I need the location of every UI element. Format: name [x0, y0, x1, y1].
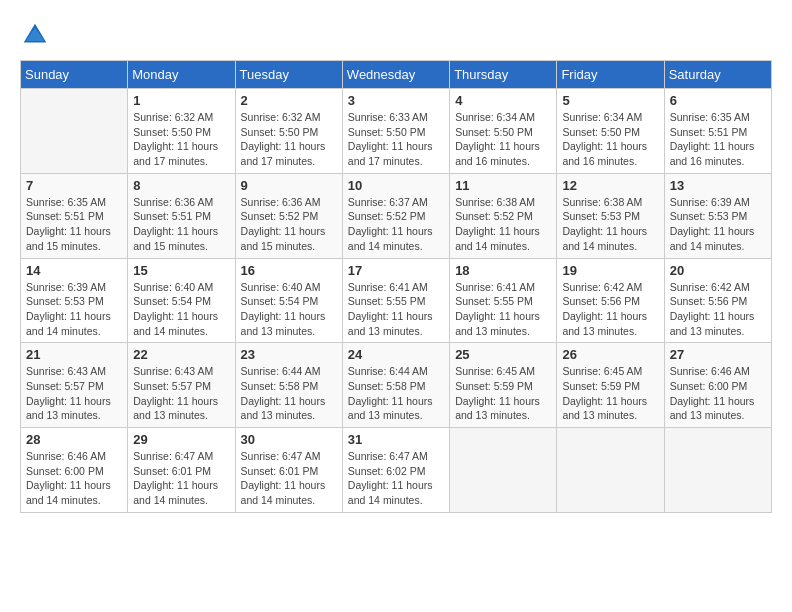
day-number: 26 [562, 347, 658, 362]
day-number: 12 [562, 178, 658, 193]
day-info: Sunrise: 6:35 AMSunset: 5:51 PMDaylight:… [26, 195, 122, 254]
calendar-day-cell: 21Sunrise: 6:43 AMSunset: 5:57 PMDayligh… [21, 343, 128, 428]
day-number: 27 [670, 347, 766, 362]
weekday-header-sunday: Sunday [21, 61, 128, 89]
day-info: Sunrise: 6:46 AMSunset: 6:00 PMDaylight:… [670, 364, 766, 423]
day-info: Sunrise: 6:40 AMSunset: 5:54 PMDaylight:… [133, 280, 229, 339]
calendar-day-cell: 17Sunrise: 6:41 AMSunset: 5:55 PMDayligh… [342, 258, 449, 343]
day-info: Sunrise: 6:35 AMSunset: 5:51 PMDaylight:… [670, 110, 766, 169]
calendar-day-cell: 24Sunrise: 6:44 AMSunset: 5:58 PMDayligh… [342, 343, 449, 428]
calendar-day-cell: 27Sunrise: 6:46 AMSunset: 6:00 PMDayligh… [664, 343, 771, 428]
calendar-day-cell: 16Sunrise: 6:40 AMSunset: 5:54 PMDayligh… [235, 258, 342, 343]
day-info: Sunrise: 6:41 AMSunset: 5:55 PMDaylight:… [348, 280, 444, 339]
day-info: Sunrise: 6:38 AMSunset: 5:52 PMDaylight:… [455, 195, 551, 254]
empty-cell [557, 428, 664, 513]
calendar-day-cell: 15Sunrise: 6:40 AMSunset: 5:54 PMDayligh… [128, 258, 235, 343]
day-info: Sunrise: 6:37 AMSunset: 5:52 PMDaylight:… [348, 195, 444, 254]
calendar-day-cell: 2Sunrise: 6:32 AMSunset: 5:50 PMDaylight… [235, 89, 342, 174]
day-info: Sunrise: 6:45 AMSunset: 5:59 PMDaylight:… [455, 364, 551, 423]
weekday-header-monday: Monday [128, 61, 235, 89]
calendar-day-cell: 4Sunrise: 6:34 AMSunset: 5:50 PMDaylight… [450, 89, 557, 174]
calendar-header-row: SundayMondayTuesdayWednesdayThursdayFrid… [21, 61, 772, 89]
day-number: 29 [133, 432, 229, 447]
calendar-day-cell: 19Sunrise: 6:42 AMSunset: 5:56 PMDayligh… [557, 258, 664, 343]
day-number: 31 [348, 432, 444, 447]
calendar-day-cell: 7Sunrise: 6:35 AMSunset: 5:51 PMDaylight… [21, 173, 128, 258]
logo [20, 20, 54, 50]
day-info: Sunrise: 6:34 AMSunset: 5:50 PMDaylight:… [455, 110, 551, 169]
day-info: Sunrise: 6:47 AMSunset: 6:02 PMDaylight:… [348, 449, 444, 508]
day-number: 14 [26, 263, 122, 278]
empty-cell [450, 428, 557, 513]
day-number: 28 [26, 432, 122, 447]
calendar-day-cell: 23Sunrise: 6:44 AMSunset: 5:58 PMDayligh… [235, 343, 342, 428]
calendar-day-cell: 29Sunrise: 6:47 AMSunset: 6:01 PMDayligh… [128, 428, 235, 513]
calendar-day-cell: 25Sunrise: 6:45 AMSunset: 5:59 PMDayligh… [450, 343, 557, 428]
day-number: 10 [348, 178, 444, 193]
day-number: 17 [348, 263, 444, 278]
calendar-week-row: 7Sunrise: 6:35 AMSunset: 5:51 PMDaylight… [21, 173, 772, 258]
day-info: Sunrise: 6:43 AMSunset: 5:57 PMDaylight:… [26, 364, 122, 423]
calendar-day-cell: 14Sunrise: 6:39 AMSunset: 5:53 PMDayligh… [21, 258, 128, 343]
calendar-day-cell: 22Sunrise: 6:43 AMSunset: 5:57 PMDayligh… [128, 343, 235, 428]
day-number: 25 [455, 347, 551, 362]
calendar-day-cell: 30Sunrise: 6:47 AMSunset: 6:01 PMDayligh… [235, 428, 342, 513]
day-number: 3 [348, 93, 444, 108]
day-info: Sunrise: 6:44 AMSunset: 5:58 PMDaylight:… [348, 364, 444, 423]
calendar-week-row: 1Sunrise: 6:32 AMSunset: 5:50 PMDaylight… [21, 89, 772, 174]
day-info: Sunrise: 6:36 AMSunset: 5:51 PMDaylight:… [133, 195, 229, 254]
calendar-day-cell: 1Sunrise: 6:32 AMSunset: 5:50 PMDaylight… [128, 89, 235, 174]
calendar-day-cell: 6Sunrise: 6:35 AMSunset: 5:51 PMDaylight… [664, 89, 771, 174]
day-info: Sunrise: 6:42 AMSunset: 5:56 PMDaylight:… [670, 280, 766, 339]
day-number: 30 [241, 432, 337, 447]
weekday-header-tuesday: Tuesday [235, 61, 342, 89]
day-number: 2 [241, 93, 337, 108]
day-number: 15 [133, 263, 229, 278]
weekday-header-friday: Friday [557, 61, 664, 89]
day-number: 19 [562, 263, 658, 278]
day-number: 7 [26, 178, 122, 193]
calendar-week-row: 21Sunrise: 6:43 AMSunset: 5:57 PMDayligh… [21, 343, 772, 428]
calendar-day-cell: 26Sunrise: 6:45 AMSunset: 5:59 PMDayligh… [557, 343, 664, 428]
page-header [20, 20, 772, 50]
weekday-header-wednesday: Wednesday [342, 61, 449, 89]
calendar-day-cell: 9Sunrise: 6:36 AMSunset: 5:52 PMDaylight… [235, 173, 342, 258]
logo-icon [20, 20, 50, 50]
day-info: Sunrise: 6:47 AMSunset: 6:01 PMDaylight:… [133, 449, 229, 508]
calendar-table: SundayMondayTuesdayWednesdayThursdayFrid… [20, 60, 772, 513]
day-info: Sunrise: 6:32 AMSunset: 5:50 PMDaylight:… [241, 110, 337, 169]
day-info: Sunrise: 6:41 AMSunset: 5:55 PMDaylight:… [455, 280, 551, 339]
day-info: Sunrise: 6:33 AMSunset: 5:50 PMDaylight:… [348, 110, 444, 169]
day-info: Sunrise: 6:46 AMSunset: 6:00 PMDaylight:… [26, 449, 122, 508]
day-number: 9 [241, 178, 337, 193]
day-info: Sunrise: 6:36 AMSunset: 5:52 PMDaylight:… [241, 195, 337, 254]
day-number: 23 [241, 347, 337, 362]
day-info: Sunrise: 6:45 AMSunset: 5:59 PMDaylight:… [562, 364, 658, 423]
day-number: 13 [670, 178, 766, 193]
calendar-day-cell: 13Sunrise: 6:39 AMSunset: 5:53 PMDayligh… [664, 173, 771, 258]
day-info: Sunrise: 6:47 AMSunset: 6:01 PMDaylight:… [241, 449, 337, 508]
empty-cell [664, 428, 771, 513]
day-info: Sunrise: 6:38 AMSunset: 5:53 PMDaylight:… [562, 195, 658, 254]
day-info: Sunrise: 6:40 AMSunset: 5:54 PMDaylight:… [241, 280, 337, 339]
calendar-day-cell: 18Sunrise: 6:41 AMSunset: 5:55 PMDayligh… [450, 258, 557, 343]
day-info: Sunrise: 6:32 AMSunset: 5:50 PMDaylight:… [133, 110, 229, 169]
day-number: 16 [241, 263, 337, 278]
day-info: Sunrise: 6:43 AMSunset: 5:57 PMDaylight:… [133, 364, 229, 423]
calendar-day-cell: 31Sunrise: 6:47 AMSunset: 6:02 PMDayligh… [342, 428, 449, 513]
weekday-header-thursday: Thursday [450, 61, 557, 89]
day-info: Sunrise: 6:39 AMSunset: 5:53 PMDaylight:… [670, 195, 766, 254]
day-number: 24 [348, 347, 444, 362]
empty-cell [21, 89, 128, 174]
calendar-day-cell: 28Sunrise: 6:46 AMSunset: 6:00 PMDayligh… [21, 428, 128, 513]
day-number: 21 [26, 347, 122, 362]
day-info: Sunrise: 6:44 AMSunset: 5:58 PMDaylight:… [241, 364, 337, 423]
calendar-day-cell: 8Sunrise: 6:36 AMSunset: 5:51 PMDaylight… [128, 173, 235, 258]
day-number: 18 [455, 263, 551, 278]
day-number: 11 [455, 178, 551, 193]
day-info: Sunrise: 6:42 AMSunset: 5:56 PMDaylight:… [562, 280, 658, 339]
weekday-header-saturday: Saturday [664, 61, 771, 89]
calendar-week-row: 28Sunrise: 6:46 AMSunset: 6:00 PMDayligh… [21, 428, 772, 513]
day-number: 5 [562, 93, 658, 108]
calendar-day-cell: 20Sunrise: 6:42 AMSunset: 5:56 PMDayligh… [664, 258, 771, 343]
